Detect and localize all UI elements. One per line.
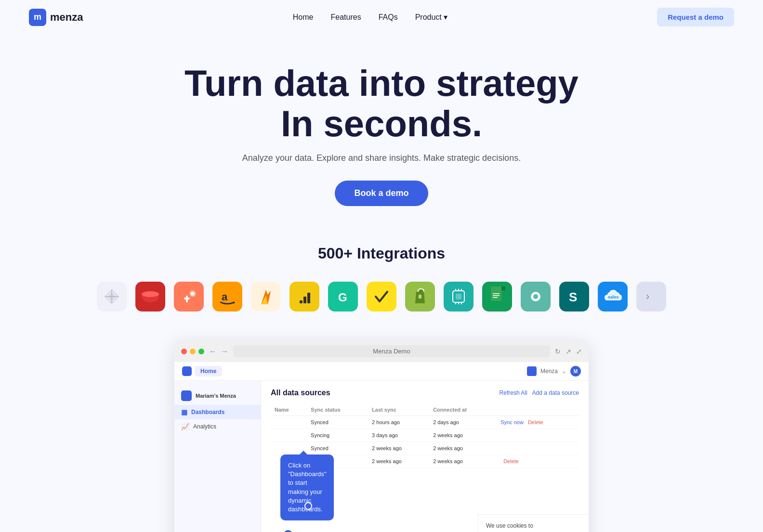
integration-logo-amazon: a xyxy=(212,282,242,311)
tooltip-container: Click on "Dashboards" to start making yo… xyxy=(266,526,293,532)
user-avatar[interactable]: M xyxy=(570,366,581,376)
add-datasource-button[interactable]: Add a data source xyxy=(532,389,579,396)
forward-icon[interactable]: → xyxy=(221,347,228,356)
browser-action-icons: ↻ ↗ ⤢ xyxy=(555,348,582,355)
main-title: All data sources xyxy=(271,389,330,397)
main-header: All data sources Refresh All Add a data … xyxy=(271,389,579,397)
table-row: Synced 2 hours ago 2 days ago Sync now D… xyxy=(271,416,579,429)
topbar-brand-name: Menza xyxy=(540,368,558,375)
hero-headline: Turn data into strategy In seconds. xyxy=(165,63,598,143)
integration-logo-tapfiliate xyxy=(367,282,396,311)
svg-rect-29 xyxy=(493,295,500,296)
svg-point-32 xyxy=(533,294,538,299)
nav-faqs[interactable]: FAQs xyxy=(379,13,398,22)
nav-home[interactable]: Home xyxy=(293,13,314,22)
nav-product[interactable]: Product ▾ xyxy=(415,13,447,22)
sidebar-item-analytics[interactable]: 📈 Analytics xyxy=(174,419,261,434)
request-demo-button[interactable]: Request a demo xyxy=(657,8,734,26)
sidebar-item-dashboards-label: Dashboards xyxy=(191,409,224,415)
app-logo-small xyxy=(182,366,192,376)
delete-button-row4[interactable]: Delete xyxy=(503,458,519,464)
back-icon[interactable]: ← xyxy=(209,347,217,356)
row3-actions xyxy=(497,442,579,455)
logo-icon: m xyxy=(29,9,46,26)
row3-last-sync: 2 weeks ago xyxy=(368,442,429,455)
main-actions: Refresh All Add a data source xyxy=(500,389,579,396)
col-actions xyxy=(497,404,579,416)
row4-actions: Delete xyxy=(497,455,579,468)
svg-rect-9 xyxy=(184,298,190,299)
integrations-heading: 500+ Integrations xyxy=(10,245,753,262)
svg-text:sales: sales xyxy=(608,295,619,299)
row1-connected: 2 days ago xyxy=(429,416,497,429)
svg-text:a: a xyxy=(222,291,228,303)
integration-logo-salesforce: salesforce xyxy=(598,282,628,311)
app-body: Mariam's Menza ▦ Dashboards 📈 Analytics … xyxy=(174,381,589,532)
row4-connected: 2 weeks ago xyxy=(429,455,497,468)
sidebar-brand-name: Mariam's Menza xyxy=(196,393,236,399)
app-topbar: Home Menza ⌄ M xyxy=(174,362,589,381)
sync-now-button[interactable]: Sync now xyxy=(500,419,524,425)
row3-status: Synced xyxy=(307,442,368,455)
refresh-all-button[interactable]: Refresh All xyxy=(500,389,527,396)
row2-last-sync: 3 days ago xyxy=(368,429,429,442)
svg-text:›: › xyxy=(646,290,649,302)
tooltip-next-button[interactable]: › xyxy=(283,530,293,532)
svg-rect-27 xyxy=(501,286,505,290)
row4-last-sync: 2 weeks ago xyxy=(368,455,429,468)
minimize-dot[interactable] xyxy=(190,349,196,354)
open-icon[interactable]: ↗ xyxy=(566,348,571,355)
integration-logo-firebase xyxy=(251,282,281,311)
app-topbar-right: Menza ⌄ M xyxy=(527,366,581,376)
book-demo-button[interactable]: Book a demo xyxy=(335,181,428,206)
app-sidebar: Mariam's Menza ▦ Dashboards 📈 Analytics xyxy=(174,381,261,532)
table-row: Syncing 3 days ago 2 weeks ago xyxy=(271,429,579,442)
logo[interactable]: m menza xyxy=(29,9,83,26)
svg-rect-13 xyxy=(303,297,306,303)
col-connected-at: Connected at xyxy=(429,404,497,416)
maximize-dot[interactable] xyxy=(198,349,204,354)
tooltip-bubble: Click on "Dashboards" to start making yo… xyxy=(280,454,334,520)
integration-logo-sendgrid xyxy=(97,282,127,311)
dashboards-icon: ▦ xyxy=(181,408,187,416)
hero-headline-line2: In seconds. xyxy=(281,103,482,144)
row1-name xyxy=(271,416,307,429)
row1-actions: Sync now Delete xyxy=(497,416,579,429)
app-topbar-left: Home xyxy=(182,366,222,376)
browser-bar: ← → Menza Demo ↻ ↗ ⤢ xyxy=(174,340,589,362)
col-last-sync: Last sync xyxy=(368,404,429,416)
tooltip-footer: 1 of 8 › xyxy=(266,530,293,532)
svg-rect-12 xyxy=(300,300,303,303)
cookie-text: We use cookies to personalize content, r… xyxy=(486,521,548,532)
svg-text:force: force xyxy=(608,300,615,303)
app-main-content: All data sources Refresh All Add a data … xyxy=(261,381,589,532)
topbar-dropdown-icon[interactable]: ⌄ xyxy=(562,368,566,375)
navbar: m menza Home Features FAQs Product ▾ Req… xyxy=(0,0,763,34)
chevron-down-icon: ▾ xyxy=(444,13,447,22)
svg-point-5 xyxy=(142,291,159,297)
home-nav-button[interactable]: Home xyxy=(195,366,222,376)
integration-logo-sheets xyxy=(482,282,512,311)
browser-nav: ← → xyxy=(209,347,228,356)
svg-rect-14 xyxy=(307,293,310,303)
sidebar-item-dashboards[interactable]: ▦ Dashboards xyxy=(174,405,261,419)
close-dot[interactable] xyxy=(181,349,187,354)
integration-logo-redis xyxy=(135,282,165,311)
hero-headline-line1: Turn data into strategy xyxy=(184,63,579,104)
refresh-icon[interactable]: ↻ xyxy=(555,348,561,355)
demo-section: ← → Menza Demo ↻ ↗ ⤢ Home Menza ⌄ M xyxy=(0,326,763,532)
sidebar-item-analytics-label: Analytics xyxy=(193,423,216,430)
browser-dots xyxy=(181,349,204,354)
sidebar-brand: Mariam's Menza xyxy=(174,387,261,405)
delete-button[interactable]: Delete xyxy=(528,419,543,425)
expand-icon[interactable]: ⤢ xyxy=(576,348,582,355)
svg-rect-18 xyxy=(456,294,461,299)
table-row: Synced 2 weeks ago 2 weeks ago xyxy=(271,442,579,455)
integration-logo-copper xyxy=(521,282,551,311)
nav-features[interactable]: Features xyxy=(331,13,361,22)
row2-name xyxy=(271,429,307,442)
col-sync-status: Sync status xyxy=(307,404,368,416)
row2-connected: 2 weeks ago xyxy=(429,429,497,442)
url-bar[interactable]: Menza Demo xyxy=(233,345,550,357)
integrations-section: 500+ Integrations a G xyxy=(0,225,763,326)
